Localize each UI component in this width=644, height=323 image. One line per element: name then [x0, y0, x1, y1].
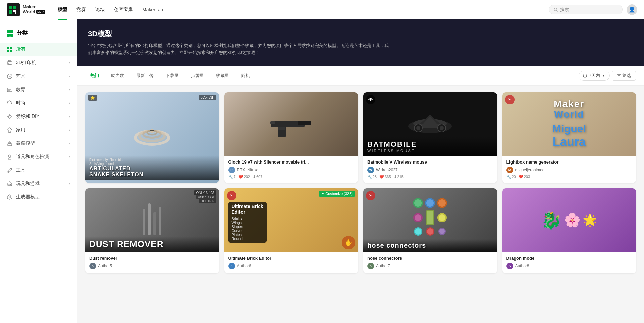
- search-icon: [554, 7, 558, 12]
- card-title-3: Batmobile V Wireless mouse: [367, 159, 493, 165]
- svg-rect-2: [13, 6, 16, 9]
- header-right: 👤: [549, 4, 637, 15]
- sidebar-item-home[interactable]: 家用 ›: [0, 123, 77, 137]
- svg-rect-9: [10, 47, 12, 49]
- model-card-8[interactable]: 🐉 🌸 🌟 Dragon model A Author8: [502, 188, 636, 273]
- time-filter[interactable]: 7天内 ▼: [579, 71, 610, 81]
- model-card-4[interactable]: ✂ Maker World Miguel Laura Lightbox name…: [502, 92, 636, 183]
- banner-description: "全部"类别包含我们所有的3D打印模型。通过这个类别，您可以轻松浏览我们整个收藏…: [88, 42, 390, 56]
- card-author-3: W.drop2027: [376, 168, 493, 172]
- card-image-3: BATMOBILE WIRELESS MOUSE: [363, 92, 497, 156]
- filter-newest[interactable]: 最新上传: [131, 71, 159, 81]
- miniature-icon: [7, 140, 13, 146]
- filter-hot[interactable]: 热门: [85, 71, 104, 81]
- search-input[interactable]: [560, 7, 618, 12]
- card-info-4: Lightbox name generator M migueljeronimo…: [502, 156, 636, 183]
- model-card-6[interactable]: ✂ ✦ Customize (323) Ultimate Brick Edito…: [224, 188, 358, 273]
- card-meta-5: A Author5: [89, 263, 215, 269]
- card-author-5: Author5: [98, 264, 215, 268]
- card-meta-8: A Author8: [506, 263, 632, 269]
- time-chevron-icon: ▼: [602, 74, 605, 77]
- snake-spiral-svg: [132, 118, 172, 158]
- sidebar-item-education[interactable]: 教育 ›: [0, 83, 77, 96]
- card-title-6: Ultimate Brick Editor: [228, 256, 354, 261]
- main-layout: 分类 所有 3D打印机: [0, 19, 644, 323]
- sidebar-item-miniature[interactable]: 微缩模型 ›: [0, 137, 77, 150]
- svg-line-7: [557, 10, 558, 11]
- card-title-4: Lightbox name generator: [506, 159, 632, 165]
- card-image-4: ✂ Maker World Miguel Laura: [502, 92, 636, 156]
- nav-contest[interactable]: 竞赛: [76, 5, 86, 14]
- sidebar-item-props[interactable]: 道具和角色扮演 ›: [0, 150, 77, 164]
- card-title-8: Dragon model: [506, 256, 632, 261]
- model-card-2[interactable]: Glock 19 v7 with Silencer movable tri...…: [224, 92, 358, 183]
- nav-makerlab[interactable]: MakerLab: [142, 6, 163, 14]
- nav-creator[interactable]: 创客宝库: [114, 5, 133, 14]
- home-icon: [7, 127, 13, 133]
- sidebar-item-fashion[interactable]: 时尚 ›: [0, 96, 77, 110]
- card-info-6: Ultimate Brick Editor A Author6: [224, 252, 358, 273]
- search-bar[interactable]: [549, 5, 623, 14]
- svg-point-48: [152, 130, 154, 131]
- nav-forum[interactable]: 论坛: [95, 5, 105, 14]
- model-card-7[interactable]: ✂ hose conne: [363, 188, 497, 273]
- filter-favorites[interactable]: 收藏量: [211, 71, 234, 81]
- premium-icon: ⭐: [90, 96, 95, 100]
- chevron-right-icon: ›: [69, 114, 70, 119]
- sidebar-item-tools[interactable]: 工具: [0, 164, 77, 177]
- card-image-5: ONLY 3.49$ USB / UBS+ LIGHTNIN Dust remo…: [85, 188, 219, 252]
- sidebar: 分类 所有 3D打印机: [0, 19, 77, 323]
- batman-logo: [368, 97, 373, 102]
- filter-likes[interactable]: 点赞量: [186, 71, 209, 81]
- sidebar-item-all[interactable]: 所有: [0, 43, 77, 56]
- svg-rect-53: [270, 121, 275, 124]
- fashion-icon: [7, 100, 13, 106]
- sidebar-item-generator[interactable]: 生成器模型: [0, 190, 77, 204]
- card-avatar-2: R: [228, 167, 235, 173]
- model-card-1[interactable]: ⭐ Extremely flexible: [85, 92, 219, 183]
- svg-line-38: [585, 76, 586, 76]
- svg-rect-10: [7, 50, 9, 52]
- svg-rect-16: [7, 88, 12, 92]
- svg-rect-14: [8, 63, 11, 64]
- svg-point-32: [9, 184, 10, 185]
- sidebar-item-hobby[interactable]: 爱好和 DIY ›: [0, 110, 77, 123]
- logo[interactable]: Maker World BETA: [7, 3, 50, 16]
- model-card-5[interactable]: ONLY 3.49$ USB / UBS+ LIGHTNIN Dust remo…: [85, 188, 219, 273]
- card-meta-3: W W.drop2027: [367, 167, 493, 173]
- logo-icon: [7, 3, 20, 16]
- svg-rect-52: [278, 127, 285, 130]
- card-author-4: migueljeronimoa: [515, 168, 632, 172]
- filter-button[interactable]: 筛选: [612, 71, 636, 81]
- chevron-right-icon: ›: [69, 154, 70, 159]
- avatar[interactable]: 👤: [627, 4, 637, 15]
- time-filter-label: 7天内: [589, 73, 600, 79]
- nav-models[interactable]: 模型: [58, 5, 67, 14]
- card-image-7: ✂ hose conne: [363, 188, 497, 252]
- filter-boost[interactable]: 助力数: [106, 71, 129, 81]
- toys-icon: [7, 181, 13, 187]
- downloads-stat-2: ⬇ 607: [253, 175, 262, 179]
- filter-random[interactable]: 随机: [236, 71, 255, 81]
- filter-bar: 热门 助力数 最新上传 下载量 点赞量 收藏量 随机 7天内 ▼: [77, 66, 644, 86]
- card-avatar-8: A: [506, 263, 513, 269]
- main-content: 3D模型 "全部"类别包含我们所有的3D打印模型。通过这个类别，您可以轻松浏览我…: [77, 19, 644, 323]
- filter-downloads[interactable]: 下载量: [161, 71, 184, 81]
- sidebar-item-printer[interactable]: 3D打印机 ›: [0, 56, 77, 70]
- sidebar-item-art[interactable]: 艺术 ›: [0, 70, 77, 83]
- clock-icon: [583, 74, 587, 78]
- logo-text: Maker World BETA: [23, 5, 45, 14]
- svg-point-33: [10, 184, 11, 185]
- card-title-2: Glock 19 v7 with Silencer movable tri...: [228, 159, 354, 165]
- model-card-3[interactable]: BATMOBILE WIRELESS MOUSE: [363, 92, 497, 183]
- svg-point-47: [150, 130, 152, 131]
- education-icon: [7, 87, 13, 93]
- sidebar-item-toys[interactable]: 玩具和游戏 ›: [0, 177, 77, 190]
- chevron-right-icon: ›: [69, 128, 70, 132]
- chevron-right-icon: ›: [69, 74, 70, 79]
- card-info-2: Glock 19 v7 with Silencer movable tri...…: [224, 156, 358, 183]
- chevron-right-icon: ›: [69, 60, 70, 65]
- card-author-6: Author6: [237, 264, 354, 268]
- glock-svg: [268, 109, 315, 139]
- generator-icon: [7, 194, 13, 200]
